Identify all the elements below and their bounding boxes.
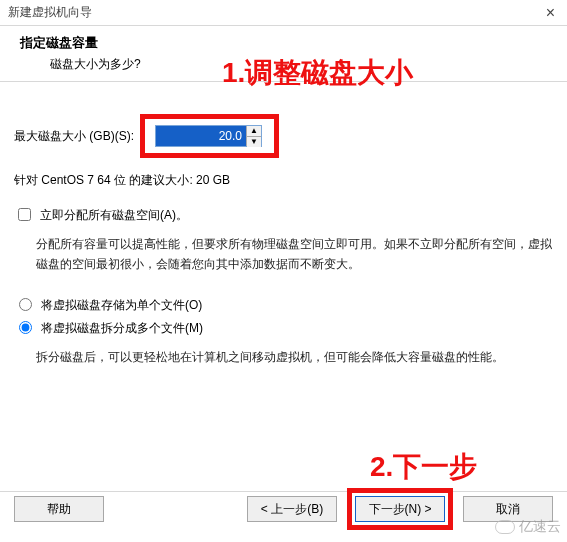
help-button[interactable]: 帮助 [14, 496, 104, 522]
store-single-file-label: 将虚拟磁盘存储为单个文件(O) [41, 297, 202, 314]
page-subtitle: 磁盘大小为多少? [20, 52, 553, 73]
disk-size-input[interactable] [156, 126, 246, 146]
allocate-now-checkbox[interactable] [18, 208, 31, 221]
window-title: 新建虚拟机向导 [8, 4, 92, 21]
spin-up-icon[interactable]: ▲ [247, 126, 261, 137]
allocate-description: 分配所有容量可以提高性能，但要求所有物理磁盘空间立即可用。如果不立即分配所有空间… [14, 230, 553, 281]
disk-size-label: 最大磁盘大小 (GB)(S): [14, 128, 134, 145]
disk-size-stepper[interactable]: ▲ ▼ [155, 125, 262, 147]
annotation-box-2: 下一步(N) > [347, 488, 453, 530]
close-icon[interactable]: × [542, 5, 559, 21]
recommended-size-text: 针对 CentOS 7 64 位 的建议大小: 20 GB [14, 172, 553, 189]
split-multi-file-radio[interactable] [19, 321, 32, 334]
split-multi-file-label: 将虚拟磁盘拆分成多个文件(M) [41, 320, 203, 337]
annotation-box-1: ▲ ▼ [140, 114, 279, 158]
cancel-button[interactable]: 取消 [463, 496, 553, 522]
store-single-file-radio[interactable] [19, 298, 32, 311]
back-button[interactable]: < 上一步(B) [247, 496, 337, 522]
split-description: 拆分磁盘后，可以更轻松地在计算机之间移动虚拟机，但可能会降低大容量磁盘的性能。 [14, 343, 553, 373]
allocate-now-label: 立即分配所有磁盘空间(A)。 [40, 207, 188, 224]
page-title: 指定磁盘容量 [20, 34, 553, 52]
next-button[interactable]: 下一步(N) > [355, 496, 445, 522]
spin-down-icon[interactable]: ▼ [247, 137, 261, 147]
annotation-text-2: 2.下一步 [370, 448, 477, 486]
